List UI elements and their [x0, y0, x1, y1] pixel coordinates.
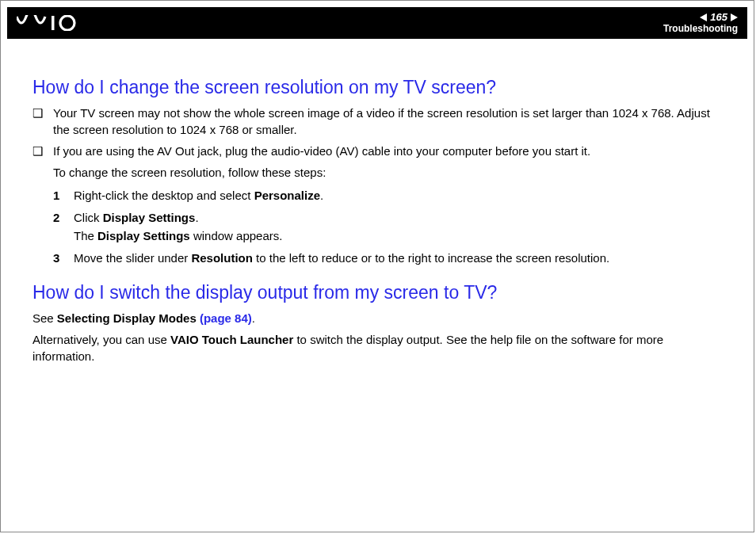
- section-label: Troubleshooting: [663, 24, 738, 34]
- text: Click: [74, 211, 103, 224]
- page-navigation: 165: [663, 12, 738, 23]
- text: Right-click the desktop and select: [74, 189, 254, 202]
- text: .: [195, 211, 198, 224]
- step-item: 1 Right-click the desktop and select Per…: [32, 187, 722, 205]
- bullet-glyph: ❑: [32, 143, 53, 159]
- text: Alternatively, you can use: [32, 333, 170, 346]
- step-text: Right-click the desktop and select Perso…: [74, 187, 323, 205]
- header-bar: 165 Troubleshooting: [7, 7, 747, 39]
- paragraph: See Selecting Display Modes (page 84).: [32, 310, 722, 326]
- bold-text: Resolution: [191, 251, 253, 265]
- step-item: 2 Click Display Settings. The Display Se…: [32, 209, 722, 245]
- header-right: 165 Troubleshooting: [663, 12, 738, 33]
- vaio-logo: [17, 15, 90, 31]
- text: See: [32, 311, 57, 325]
- step-text: Move the slider under Resolution to the …: [74, 250, 609, 268]
- bold-text: VAIO Touch Launcher: [170, 333, 293, 346]
- text: window appears.: [190, 229, 283, 242]
- text: .: [252, 311, 255, 325]
- text: to the left to reduce or to the right to…: [253, 251, 609, 265]
- document-page: 165 Troubleshooting How do I change the …: [0, 0, 754, 532]
- bold-text: Display Settings: [97, 229, 190, 242]
- bold-text: Selecting Display Modes: [57, 311, 200, 325]
- text: Move the slider under: [74, 251, 191, 265]
- prev-page-arrow-icon[interactable]: [700, 13, 707, 21]
- paragraph: Alternatively, you can use VAIO Touch La…: [32, 331, 722, 364]
- svg-point-1: [60, 16, 74, 30]
- heading-screen-resolution: How do I change the screen resolution on…: [32, 77, 722, 98]
- bullet-glyph: ❑: [32, 105, 53, 138]
- bullet-text: If you are using the AV Out jack, plug t…: [53, 143, 590, 159]
- page-number: 165: [710, 12, 727, 23]
- svg-rect-0: [52, 16, 55, 30]
- next-page-arrow-icon[interactable]: [731, 13, 738, 21]
- text: .: [320, 189, 323, 202]
- step-item: 3 Move the slider under Resolution to th…: [32, 250, 722, 268]
- step-text: Click Display Settings. The Display Sett…: [74, 209, 282, 245]
- page-reference-link[interactable]: (page 84): [200, 311, 252, 325]
- step-number: 3: [53, 250, 74, 268]
- step-number: 1: [53, 187, 74, 205]
- text: The: [74, 229, 97, 242]
- heading-switch-display: How do I switch the display output from …: [32, 282, 722, 303]
- bullet-text: Your TV screen may not show the whole sc…: [53, 105, 722, 138]
- content-area: How do I change the screen resolution on…: [1, 39, 754, 364]
- bullet-item: ❑ If you are using the AV Out jack, plug…: [32, 143, 722, 159]
- step-number: 2: [53, 209, 74, 245]
- follow-text: To change the screen resolution, follow …: [53, 164, 722, 182]
- bold-text: Display Settings: [103, 211, 196, 224]
- bold-text: Personalize: [254, 189, 320, 202]
- bullet-item: ❑ Your TV screen may not show the whole …: [32, 105, 722, 138]
